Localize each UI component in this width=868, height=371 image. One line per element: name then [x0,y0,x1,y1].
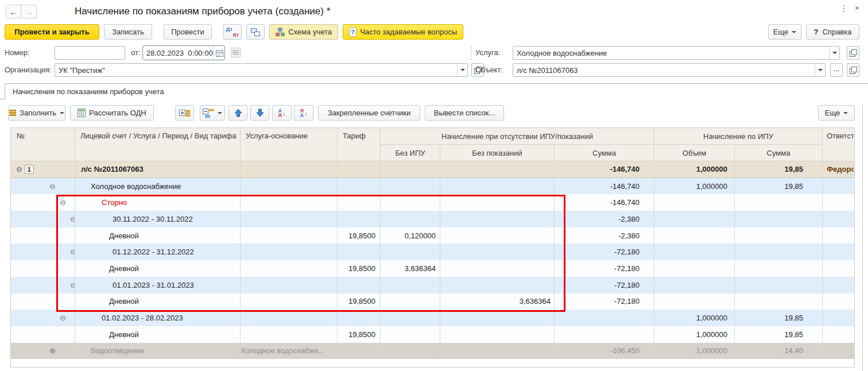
table-row[interactable]: ⊖30.11.2022 - 30.11.2022-2,380 [11,211,854,227]
structure-icon [250,28,261,37]
forward-icon: → [25,7,33,17]
col-header-num[interactable]: № [11,128,75,161]
table-row[interactable]: Дневной19,85000,120000-2,380 [11,227,854,244]
cell-summa1: -106,450 [555,343,654,360]
write-button[interactable]: Записать [104,24,152,40]
faq-button[interactable]: ? Часто задаваемые вопросы [343,24,463,40]
date-input[interactable]: 28.02.2023 0:00:00 [142,45,225,60]
cell-bezpok [440,161,555,178]
help-button[interactable]: ?Справка [806,24,859,40]
col-group-no-ipu[interactable]: Начисление при отсутствии ИПУ/показаний [381,128,654,145]
tab-accruals[interactable]: Начисления по показаниям приборов учета [5,83,868,99]
object-open-button[interactable] [847,63,859,77]
cell-obyom: 1,000000 [654,161,735,178]
col-header-usl[interactable]: Услуга-основание [241,128,338,161]
cell-num: ⊖ [11,178,75,195]
col-header-tarif[interactable]: Тариф [338,128,381,161]
cell-summa2 [735,277,823,293]
tree-label: л/с №2011067063 [75,165,144,173]
close-icon[interactable]: × [855,3,859,13]
expand-all-button[interactable] [175,105,194,121]
table-row[interactable]: ⊖01.12.2022 - 31.12.2022-72,180 [11,244,854,260]
cell-tarif [338,343,381,360]
dt-kt-button[interactable]: ДтКт [223,24,242,40]
fill-button[interactable]: Заполнить [8,105,65,121]
collapse-icon[interactable]: ⊖ [70,248,75,256]
calendar-button[interactable] [213,46,223,60]
table-row[interactable]: ⊖Сторно-146,740 [11,194,854,211]
table-row[interactable]: ⊖1л/с №2011067063-146,7401,00000019,85Фе… [11,161,854,178]
move-down-button[interactable] [250,105,269,121]
tree-label: 01.01.2023 - 31.01.2023 [75,281,194,289]
print-list-button[interactable]: Вывести список... [425,105,504,121]
col-header-otvet[interactable]: Ответственный [823,128,854,161]
cell-otvet [823,211,854,227]
post-button[interactable]: Провести [164,24,212,40]
scheme-button[interactable]: Схема учета [269,24,338,40]
more-button-main[interactable]: Еще [768,24,801,40]
collapse-icon[interactable]: ⊖ [60,314,66,322]
collapse-icon[interactable]: ⊖ [70,281,75,289]
service-input[interactable]: Холодное водоснабжение [513,46,840,60]
service-open-button[interactable] [847,46,859,60]
collapse-icon[interactable]: ⊖ [49,183,56,190]
collapse-icon[interactable]: ⊖ [60,199,66,206]
table-row[interactable]: Дневной19,85003,636364-72,180 [11,260,854,277]
collapse-icon[interactable]: ⊖ [70,215,75,223]
sort-desc-button[interactable]: ЯА↓ [294,105,313,121]
faq-label: Часто задаваемые вопросы [360,28,457,36]
cell-summa1: -146,740 [555,161,654,178]
collapse-levels-button[interactable] [200,105,225,121]
calc-odn-button[interactable]: Рассчитать ОДН [70,105,154,121]
object-input[interactable]: л/с №2011067063 [513,63,826,77]
number-input[interactable] [55,46,125,60]
expand-icon[interactable]: ⊕ [49,347,56,354]
move-up-button[interactable] [228,105,247,121]
cell-num: ⊖ [11,244,75,260]
pinned-meters-button[interactable]: Закрепленные счетчики [318,105,420,121]
post-and-close-button[interactable]: Провести и закрыть [5,24,99,40]
more-button-table[interactable]: Еще [818,105,855,121]
sort-asc-button[interactable]: АЯ↓ [272,105,292,121]
organization-dropdown-button[interactable] [457,64,467,76]
collapse-icon[interactable]: ⊖ [16,165,22,173]
object-choose-button[interactable]: ... [830,63,843,77]
window-menu-icon[interactable]: ⋮ [839,3,848,14]
organization-input[interactable]: УК "Престиж" [55,63,468,77]
cell-obyom: 1,000000 [654,178,735,195]
cell-tarif [338,310,381,326]
col-header-bezipu[interactable]: Без ИПУ [381,145,440,161]
cell-summa1: -72,180 [555,244,654,260]
cell-tarif [338,194,381,211]
structure-button[interactable] [246,24,265,40]
expand-all-icon [179,109,191,118]
table-row[interactable]: Дневной19,85003,636364-72,180 [11,293,854,310]
table-row[interactable]: ⊕ВодоотведениеХолодное водоснабже...-106… [11,343,854,360]
service-dropdown-button[interactable] [829,47,839,59]
table-row[interactable]: Дневной19,85001,00000019,85 [11,326,854,343]
cell-tarif [338,178,381,195]
cell-usl: Холодное водоснабже... [241,343,338,360]
cell-tree: 01.12.2022 - 31.12.2022 [75,244,241,260]
col-header-bezpok[interactable]: Без показаний [440,145,555,161]
col-header-summa1[interactable]: Сумма [555,145,654,161]
cell-summa2 [735,211,823,227]
cell-bezpok [440,260,555,277]
cell-usl [241,260,338,277]
scrollbar[interactable] [862,105,863,371]
table-row[interactable]: ⊖01.02.2023 - 28.02.20231,00000019,85 [11,310,854,326]
cell-num: ⊖1 [11,161,75,178]
col-header-summa2[interactable]: Сумма [735,145,823,161]
col-header-obyom[interactable]: Объем [654,145,735,161]
col-group-ipu[interactable]: Начисление по ИПУ [654,128,823,145]
table-row[interactable]: ⊖Холодное водоснабжение-146,7401,0000001… [11,178,854,195]
ellipsis-icon: ... [834,64,840,73]
forward-button[interactable]: → [21,5,37,18]
col-header-tree[interactable]: Лицевой счет / Услуга / Период / Вид тар… [75,128,241,161]
object-dropdown-button[interactable] [815,64,825,76]
table-row[interactable]: ⊖01.01.2023 - 31.01.2023-72,180 [11,277,854,293]
list-button[interactable] [231,48,241,57]
back-button[interactable]: ← [6,5,21,18]
cell-bezpok [440,326,555,343]
chevron-down-icon [60,112,64,114]
